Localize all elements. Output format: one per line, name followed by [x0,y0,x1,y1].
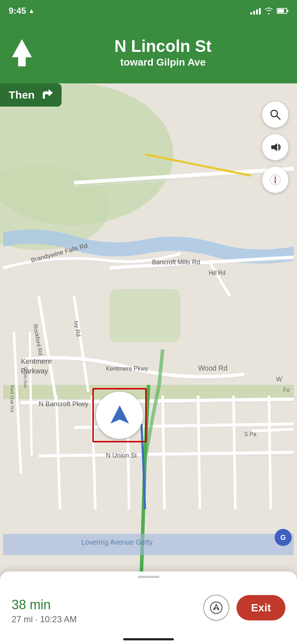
search-button[interactable] [262,102,288,128]
location-highlight-box [92,388,147,442]
nav-street-name: N Lincoln St [114,37,212,55]
svg-text:Bancroft Mills Rd: Bancroft Mills Rd [152,259,200,266]
distance: 27 mi [12,614,33,624]
svg-text:Gilpin Ave: Gilpin Ave [23,367,28,388]
eta-minutes: 38 [12,597,26,612]
compass-icon [269,174,281,186]
svg-text:Hill Rd: Hill Rd [209,270,225,276]
eta-details: 27 mi · 10:23 AM [12,614,203,624]
svg-rect-2 [277,9,284,13]
svg-text:N Bancroft Pkwy: N Bancroft Pkwy [39,400,89,408]
battery-icon [277,8,288,14]
location-marker [96,392,143,439]
bottom-bar: 38 min 27 mi · 10:23 AM Exit [0,571,297,644]
separator: · [35,614,38,624]
svg-text:Red Oak Rd: Red Oak Rd [9,385,15,412]
sound-button[interactable] [262,134,288,160]
svg-marker-3 [12,39,32,66]
svg-marker-33 [271,143,277,151]
routes-icon [209,601,223,615]
svg-text:S Pa: S Pa [244,431,256,437]
svg-line-32 [277,116,280,119]
svg-text:Kentmere: Kentmere [21,357,52,365]
nav-direction-icon [11,38,33,67]
svg-marker-30 [110,405,129,424]
status-icons [250,7,288,15]
nav-header: N Lincoln St toward Gilpin Ave [0,22,297,83]
svg-text:G: G [280,533,286,541]
turn-right-icon [40,88,53,102]
eta-block: 38 min 27 mi · 10:23 AM [12,591,203,624]
nav-toward-text: toward Gilpin Ave [120,57,206,68]
compass-button[interactable] [262,167,288,193]
svg-text:Wood Rd: Wood Rd [198,364,227,372]
time-display: 9:45 [9,6,26,16]
navigation-arrow-icon [108,404,131,427]
wifi-icon [264,7,273,15]
eta-time: 38 min [12,591,203,613]
bottom-actions: Exit [203,595,285,621]
exit-button[interactable]: Exit [237,595,285,620]
then-banner[interactable]: Then [0,83,62,107]
status-bar: 9:45 ▲ [0,0,297,22]
arrival-time: 10:23 AM [40,614,77,624]
svg-text:W: W [276,376,282,383]
home-indicator[interactable] [123,638,174,640]
sound-icon [269,141,281,153]
status-time: 9:45 ▲ [9,6,35,16]
drag-handle[interactable] [138,576,159,578]
routes-button[interactable] [203,595,229,621]
search-icon [269,108,281,121]
svg-text:Fo: Fo [283,387,290,393]
location-arrow-icon: ▲ [28,7,35,15]
signal-icon [250,7,261,15]
then-label: Then [9,89,35,101]
nav-instructions: N Lincoln St toward Gilpin Ave [40,37,286,69]
svg-rect-7 [109,289,180,342]
map-area[interactable]: Brandywine Falls Rd Bancroft Mills Rd Hi… [0,83,297,571]
svg-rect-1 [287,10,288,12]
svg-text:Kentmere Pkwy: Kentmere Pkwy [106,365,148,372]
svg-text:Lovering Avenue Getty: Lovering Avenue Getty [81,538,153,546]
svg-text:N Union St: N Union St [106,452,137,459]
